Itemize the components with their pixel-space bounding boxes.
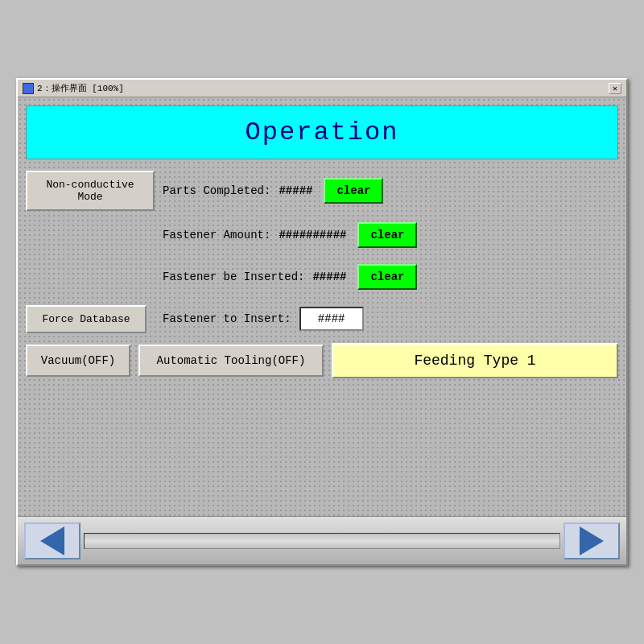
navigation-bar bbox=[18, 516, 626, 564]
vacuum-button[interactable]: Vacuum(OFF) bbox=[26, 345, 130, 377]
fastener-amount-value: ########## bbox=[279, 229, 346, 242]
window-title: 2：操作界面 [100%] bbox=[37, 82, 124, 94]
fastener-be-inserted-area: Fastener be Inserted: ##### clear bbox=[155, 264, 618, 290]
title-bar-left: 2：操作界面 [100%] bbox=[23, 82, 124, 94]
parts-completed-area: Parts Completed: ##### clear bbox=[155, 178, 618, 204]
header-banner: Operation bbox=[26, 105, 618, 159]
arrow-left-icon bbox=[40, 526, 64, 555]
window-icon bbox=[23, 83, 34, 94]
fastener-to-insert-area: Fastener to Insert: #### bbox=[155, 307, 618, 331]
main-window: 2：操作界面 [100%] ✕ Operation Non-conductive… bbox=[16, 78, 628, 566]
clear-parts-completed-button[interactable]: clear bbox=[324, 178, 383, 204]
left-btn-col-1: Non-conductive Mode bbox=[26, 171, 155, 211]
row-parts-completed: Non-conductive Mode Parts Completed: ###… bbox=[26, 171, 618, 211]
close-button[interactable]: ✕ bbox=[609, 83, 621, 94]
bottom-buttons-row: Vacuum(OFF) Automatic Tooling(OFF) Feedi… bbox=[26, 343, 618, 378]
fastener-amount-label: Fastener Amount: bbox=[163, 229, 270, 242]
force-database-button[interactable]: Force Database bbox=[26, 305, 147, 333]
parts-completed-value: ##### bbox=[279, 184, 312, 197]
row-fastener-to-insert: Force Database Fastener to Insert: #### bbox=[26, 301, 618, 336]
page-title: Operation bbox=[246, 118, 399, 147]
clear-fastener-be-inserted-button[interactable]: clear bbox=[357, 264, 417, 290]
feeding-type-button[interactable]: Feeding Type 1 bbox=[332, 343, 618, 378]
arrow-right-icon bbox=[580, 526, 604, 555]
left-btn-col-4: Force Database bbox=[26, 305, 155, 333]
title-bar: 2：操作界面 [100%] ✕ bbox=[18, 80, 626, 97]
nav-spacer bbox=[84, 533, 560, 549]
fastener-to-insert-input[interactable]: #### bbox=[299, 307, 364, 331]
parts-completed-label: Parts Completed: bbox=[163, 184, 270, 197]
fastener-amount-area: Fastener Amount: ########## clear bbox=[155, 222, 618, 248]
fastener-be-inserted-label: Fastener be Inserted: bbox=[163, 270, 304, 283]
clear-fastener-amount-button[interactable]: clear bbox=[357, 222, 417, 248]
non-conductive-mode-button[interactable]: Non-conductive Mode bbox=[26, 171, 155, 211]
content-area: Operation Non-conductive Mode Parts Comp… bbox=[18, 97, 626, 516]
fastener-to-insert-label: Fastener to Insert: bbox=[163, 312, 291, 325]
fastener-be-inserted-value: ##### bbox=[312, 270, 346, 283]
nav-prev-button[interactable] bbox=[24, 522, 80, 559]
nav-next-button[interactable] bbox=[564, 522, 620, 559]
automatic-tooling-button[interactable]: Automatic Tooling(OFF) bbox=[138, 345, 324, 377]
row-fastener-inserted: Fastener be Inserted: ##### clear bbox=[26, 259, 618, 295]
row-fastener-amount: Fastener Amount: ########## clear bbox=[26, 217, 618, 253]
